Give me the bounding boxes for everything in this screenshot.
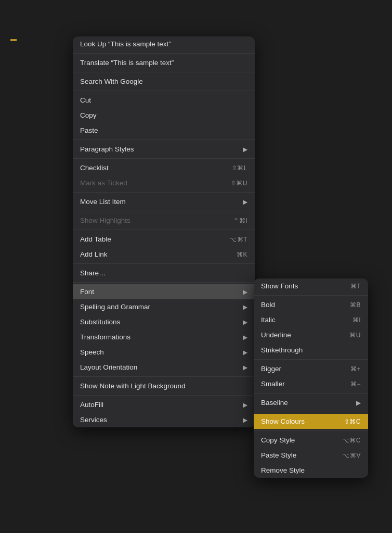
menu-item-label: AutoFill	[80, 401, 103, 409]
shortcut-label: ⌥⌘V	[342, 452, 361, 459]
shortcut-label: ⇧⌘L	[232, 164, 247, 172]
menu-item-label: Copy	[80, 111, 97, 119]
menu-item-paste[interactable]: Paste	[73, 123, 255, 138]
font-menu-item-label: Bold	[261, 301, 275, 309]
shortcut-label: ⇧⌘C	[344, 418, 361, 425]
chevron-icon: ▶	[243, 288, 247, 296]
menu-item-checklist[interactable]: Checklist⇧⌘L	[73, 160, 255, 175]
menu-item-label: Spelling and Grammar	[80, 303, 150, 311]
font-menu-item-show-fonts[interactable]: Show Fonts⌘T	[254, 278, 368, 294]
menu-item-label: Move List Item	[80, 198, 126, 206]
chevron-icon: ▶	[243, 364, 247, 371]
font-menu-item-label: Paste Style	[261, 451, 296, 459]
menu-item-copy[interactable]: Copy	[73, 108, 255, 123]
menu-separator	[73, 230, 255, 230]
menu-item-font[interactable]: Font▶	[73, 284, 255, 299]
menu-item-add-link[interactable]: Add Link⌘K	[73, 247, 255, 262]
menu-item-label: Transformations	[80, 333, 130, 341]
menu-item-layout-orientation[interactable]: Layout Orientation▶	[73, 360, 255, 375]
chevron-icon: ▶	[356, 399, 361, 407]
menu-item-mark-ticked: Mark as Ticked⇧⌘U	[73, 175, 255, 191]
menu-item-substitutions[interactable]: Substitutions▶	[73, 314, 255, 329]
menu-item-label: Layout Orientation	[80, 363, 137, 371]
font-menu-item-bold[interactable]: Bold⌘B	[254, 297, 368, 312]
menu-item-show-note-light-bg[interactable]: Show Note with Light Background	[73, 378, 255, 394]
menu-item-share[interactable]: Share…	[73, 265, 255, 281]
menu-separator	[254, 393, 368, 394]
chevron-icon: ▶	[243, 198, 247, 206]
shortcut-label: ⌘K	[237, 251, 247, 258]
shortcut-label: ⌥⌘T	[229, 236, 247, 243]
shortcut-label: ⇧⌘U	[231, 180, 247, 187]
menu-item-cut[interactable]: Cut	[73, 93, 255, 108]
shortcut-label: ⌘−	[350, 380, 361, 388]
shortcut-label: ⌘U	[349, 332, 361, 339]
chevron-icon: ▶	[243, 349, 247, 356]
font-submenu: Show Fonts⌘TBold⌘BItalic⌘IUnderline⌘UStr…	[254, 278, 368, 478]
shortcut-label: ⌘B	[350, 301, 361, 309]
chevron-icon: ▶	[243, 416, 247, 424]
menu-item-label: Paste	[80, 126, 98, 134]
menu-item-label: Search With Google	[80, 78, 143, 85]
menu-item-label: Share…	[80, 269, 106, 277]
font-menu-item-label: Remove Style	[261, 466, 305, 474]
menu-item-transformations[interactable]: Transformations▶	[73, 329, 255, 345]
menu-item-spelling-grammar[interactable]: Spelling and Grammar▶	[73, 299, 255, 314]
selected-text-highlight	[10, 39, 17, 41]
font-menu-item-remove-style[interactable]: Remove Style	[254, 463, 368, 478]
chevron-icon: ▶	[243, 334, 247, 341]
menu-separator	[73, 395, 255, 396]
menu-item-move-list-item[interactable]: Move List Item▶	[73, 194, 255, 209]
font-menu-item-label: Strikethrough	[261, 346, 303, 354]
menu-item-label: Translate “This is sample text”	[80, 59, 174, 67]
font-menu-item-show-colours[interactable]: Show Colours⇧⌘C	[254, 414, 368, 429]
menu-item-add-table[interactable]: Add Table⌥⌘T	[73, 232, 255, 247]
menu-item-label: Speech	[80, 348, 104, 356]
menu-separator	[73, 53, 255, 54]
shortcut-label: ⌘I	[352, 316, 361, 324]
shortcut-label: ⌥⌘C	[342, 437, 361, 444]
font-menu-item-bigger[interactable]: Bigger⌘+	[254, 361, 368, 376]
menu-item-look-up[interactable]: Look Up “This is sample text”	[73, 36, 255, 52]
font-menu-item-label: Show Fonts	[261, 282, 298, 290]
font-menu-item-underline[interactable]: Underline⌘U	[254, 327, 368, 342]
shortcut-label: ⌘T	[350, 283, 361, 290]
chevron-icon: ▶	[243, 303, 247, 311]
font-menu-item-smaller[interactable]: Smaller⌘−	[254, 376, 368, 391]
menu-item-label: Font	[80, 288, 94, 296]
font-menu-item-italic[interactable]: Italic⌘I	[254, 312, 368, 327]
menu-separator	[254, 430, 368, 431]
menu-item-label: Cut	[80, 96, 91, 104]
menu-item-speech[interactable]: Speech▶	[73, 345, 255, 360]
font-menu-item-label: Show Colours	[261, 417, 305, 425]
menu-item-label: Show Note with Light Background	[80, 382, 186, 390]
context-menu: Look Up “This is sample text”Translate “…	[73, 36, 255, 427]
chevron-icon: ▶	[243, 146, 247, 153]
menu-item-label: Look Up “This is sample text”	[80, 40, 171, 48]
menu-item-label: Add Link	[80, 250, 108, 258]
font-menu-item-paste-style[interactable]: Paste Style⌥⌘V	[254, 448, 368, 463]
menu-item-translate[interactable]: Translate “This is sample text”	[73, 55, 255, 70]
menu-item-label: Mark as Ticked	[80, 179, 127, 187]
menu-item-search-google[interactable]: Search With Google	[73, 74, 255, 89]
menu-item-label: Add Table	[80, 235, 111, 243]
font-menu-item-baseline[interactable]: Baseline▶	[254, 395, 368, 410]
menu-item-autofill[interactable]: AutoFill▶	[73, 397, 255, 412]
chevron-icon: ▶	[243, 319, 247, 326]
menu-separator	[73, 139, 255, 140]
font-menu-item-strikethrough[interactable]: Strikethrough	[254, 342, 368, 358]
font-menu-item-label: Smaller	[261, 380, 285, 388]
menu-separator	[254, 295, 368, 296]
menu-item-services[interactable]: Services▶	[73, 412, 255, 427]
menu-separator	[254, 412, 368, 412]
chevron-icon: ▶	[243, 401, 247, 409]
menu-item-label: Services	[80, 416, 107, 424]
font-menu-item-label: Italic	[261, 316, 276, 324]
menu-item-show-highlights: Show Highlights⌃⌘I	[73, 213, 255, 228]
font-menu-item-label: Baseline	[261, 399, 288, 407]
menu-separator	[73, 376, 255, 377]
font-menu-item-copy-style[interactable]: Copy Style⌥⌘C	[254, 433, 368, 448]
menu-separator	[73, 282, 255, 283]
menu-separator	[73, 72, 255, 72]
menu-item-paragraph-styles[interactable]: Paragraph Styles▶	[73, 142, 255, 157]
